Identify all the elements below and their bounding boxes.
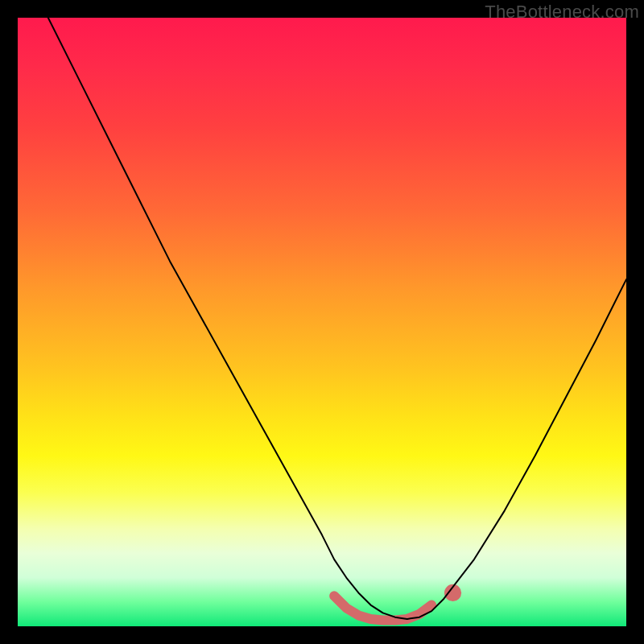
watermark-text: TheBottleneck.com (485, 2, 639, 23)
marker-band (334, 596, 431, 620)
bottleneck-curve (48, 18, 626, 619)
plot-area (18, 18, 626, 626)
chart-svg (18, 18, 626, 626)
chart-frame: TheBottleneck.com (0, 0, 644, 644)
